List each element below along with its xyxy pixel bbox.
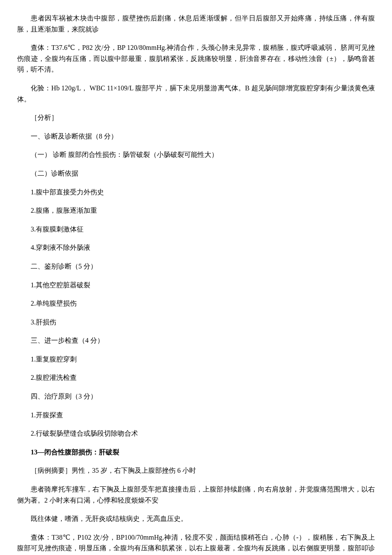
diagnosis2: （二）诊断依据 — [17, 168, 375, 179]
section3-title: 三、进一步检查（4 分） — [17, 335, 375, 346]
case13-past: 既往体健，嗜酒，无肝炎或结核病史，无高血压史。 — [17, 513, 375, 524]
case13-summary: ［病例摘要］男性，35 岁，右下胸及上腹部挫伤 6 小时 — [17, 465, 375, 476]
treat2: 2.行破裂肠壁缝合或肠段切除吻合术 — [17, 428, 375, 439]
basis2: 2.腹痛，腹胀逐渐加重 — [17, 205, 375, 216]
section4-title: 四、治疗原则（3 分） — [17, 391, 375, 402]
check2: 2.腹腔灌洗检查 — [17, 372, 375, 383]
basis1: 1.腹中部直接受力外伤史 — [17, 187, 375, 198]
section2-title: 二、鉴别诊断（5 分） — [17, 261, 375, 272]
basis3: 3.有腹膜刺激体征 — [17, 224, 375, 235]
diff2: 2.单纯腹壁损伤 — [17, 298, 375, 309]
basis4: 4.穿刺液不除外肠液 — [17, 242, 375, 253]
case12-lab: 化验：Hb 120g/L， WBC 11×109/L 腹部平片，膈下未见明显游离… — [17, 83, 375, 104]
treat1: 1.开腹探查 — [17, 410, 375, 421]
case13-exam: 查体：T38℃，P102 次/分，BP100/70mmHg.神清，轻度不安，颜面… — [17, 532, 375, 555]
diff3: 3.肝损伤 — [17, 317, 375, 328]
case13-history: 患者骑摩托车撞车，右下胸及上腹部受车把直接撞击后，上腹部持续剧痛，向右肩放射，并… — [17, 484, 375, 506]
case12-history: 患者因车祸被木块击中腹部，腹壁挫伤后剧痛，休息后逐渐缓解，但半日后腹部又开始疼痛… — [17, 13, 375, 35]
section1-title: 一、诊断及诊断依据（8 分） — [17, 131, 375, 142]
check1: 1.重复腹腔穿刺 — [17, 354, 375, 365]
analysis-label: ［分析］ — [17, 112, 375, 123]
case13-title: 13—闭合性腹部损伤：肝破裂 — [17, 447, 375, 458]
diagnosis1: （一） 诊断 腹部闭合性损伤：肠管破裂（小肠破裂可能性大） — [17, 149, 375, 160]
case12-exam: 查体：T37.6℃，P82 次/分，BP 120/80mmHg.神清合作，头颈心… — [17, 42, 375, 75]
diff1: 1.其他空腔脏器破裂 — [17, 280, 375, 291]
